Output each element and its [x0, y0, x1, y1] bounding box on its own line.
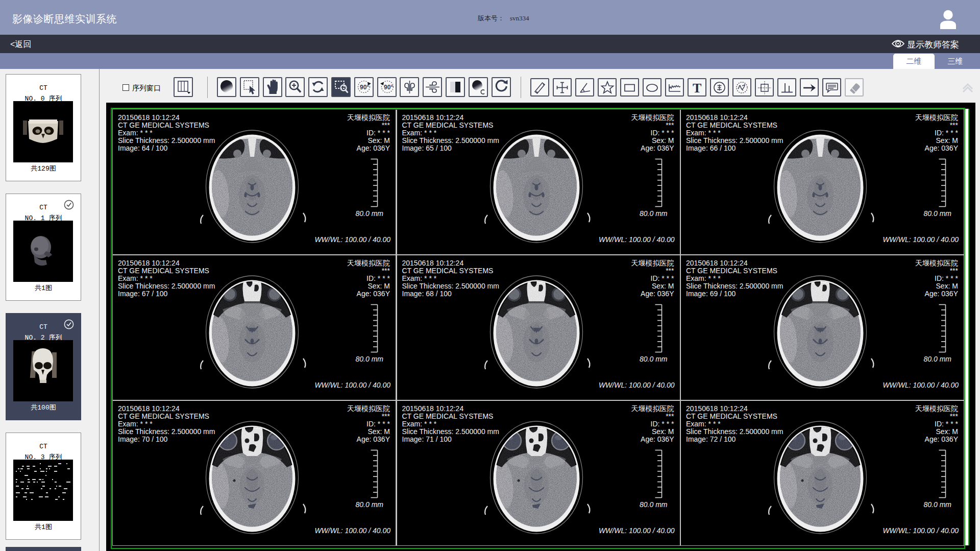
- svg-text:90°: 90°: [384, 84, 393, 91]
- svg-text:90°: 90°: [360, 84, 369, 91]
- svg-text:T: T: [693, 81, 701, 95]
